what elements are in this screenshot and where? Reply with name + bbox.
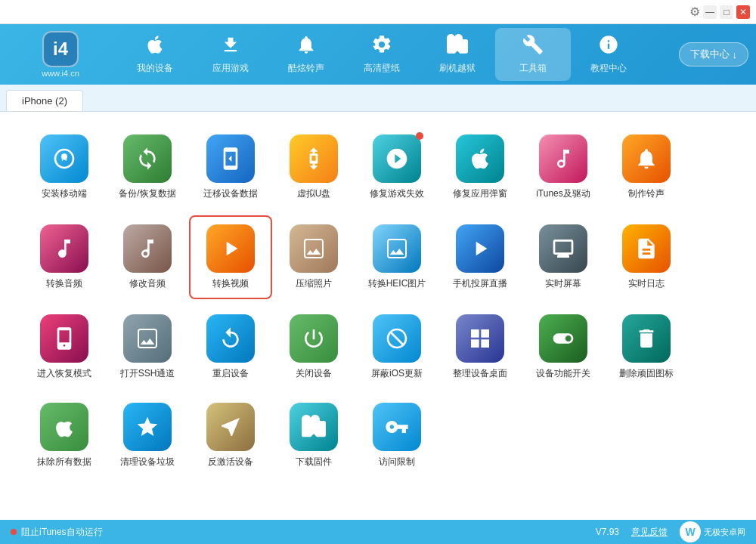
nav-label-my-device: 我的设备	[137, 62, 173, 75]
nav-tab-wallpapers[interactable]: 高清壁纸	[344, 28, 420, 81]
badge-dot	[416, 132, 423, 140]
tool-label-edit-audio: 修改音频	[129, 277, 166, 290]
tool-block-ios-update[interactable]: 屏蔽iOS更新	[355, 307, 438, 388]
svg-rect-4	[305, 240, 323, 258]
tool-recovery-mode[interactable]: 进入恢复模式	[23, 307, 106, 388]
tool-convert-video[interactable]: 转换视频	[189, 215, 272, 299]
nav-icon-ringtones	[296, 34, 317, 60]
nav-label-toolbox: 工具箱	[519, 62, 547, 75]
header: i4 www.i4.cn 我的设备 A 应用游戏 酷炫铃声 高清壁纸 刷机越狱 …	[0, 24, 756, 85]
tool-label-convert-heic: 转换HEIC图片	[368, 277, 426, 290]
tool-real-screen[interactable]: 实时屏幕	[522, 215, 605, 299]
tool-label-virtual-usb: 虚拟U盘	[297, 187, 331, 200]
header-right: 下载中心 ↓	[650, 42, 748, 66]
tool-icon-block-ios-update	[373, 314, 421, 363]
tool-download-firmware[interactable]: 下载固件	[272, 395, 355, 476]
tool-label-make-ringtone: 制作铃声	[628, 187, 665, 200]
tool-migrate-data[interactable]: 迁移设备数据	[189, 127, 272, 208]
nav-tab-my-device[interactable]: 我的设备	[117, 28, 193, 81]
tool-icon-open-ssh	[123, 314, 172, 363]
titlebar: ⚙ — □ ✕	[0, 0, 756, 24]
tool-icon-make-ringtone	[622, 134, 671, 183]
nav-icon-wallpapers	[371, 34, 392, 60]
tool-label-access-limit: 访问限制	[379, 456, 415, 468]
tool-label-fix-game: 修复游戏失效	[370, 187, 424, 200]
tool-icon-shutdown-device	[290, 314, 338, 363]
tool-icon-install-app: i4	[40, 134, 88, 183]
nav-label-ringtones: 酷炫铃声	[288, 62, 324, 75]
minimize-button[interactable]: —	[703, 5, 717, 19]
download-center-button[interactable]: 下载中心 ↓	[679, 42, 749, 66]
tool-icon-convert-audio	[40, 224, 88, 273]
nav-tab-jailbreak[interactable]: 刷机越狱	[420, 28, 495, 81]
tool-convert-audio[interactable]: 转换音频	[23, 215, 106, 299]
tool-label-migrate-data: 迁移设备数据	[203, 187, 258, 200]
svg-text:A: A	[228, 38, 234, 48]
tool-icon-edit-audio	[123, 224, 172, 273]
tool-icon-organize-desktop	[456, 314, 504, 363]
tool-deactivate-device[interactable]: 反激活设备	[189, 395, 272, 476]
nav-icon-jailbreak	[447, 34, 468, 60]
tool-icon-backup-restore	[123, 134, 172, 183]
tool-real-log[interactable]: 实时日志	[605, 215, 688, 299]
tool-open-ssh[interactable]: 打开SSH通道	[106, 307, 189, 388]
tool-clean-junk[interactable]: 清理设备垃圾	[106, 395, 189, 476]
tool-label-block-ios-update: 屏蔽iOS更新	[371, 367, 423, 380]
close-button[interactable]: ✕	[736, 5, 750, 19]
nav-icon-tutorials	[598, 34, 619, 60]
tool-label-screen-mirror: 手机投屏直播	[453, 277, 507, 290]
tool-label-open-ssh: 打开SSH通道	[120, 367, 175, 380]
statusbar-left: 阻止iTunes自动运行	[11, 526, 103, 539]
tool-icon-recovery-mode	[40, 314, 88, 363]
tool-compress-photo[interactable]: 压缩照片	[272, 215, 355, 299]
tool-backup-restore[interactable]: 备份/恢复数据	[106, 127, 189, 208]
tool-label-deactivate-device: 反激活设备	[208, 456, 253, 468]
tool-icon-fix-popup	[456, 134, 504, 183]
tool-fix-popup[interactable]: 修复应用弹窗	[438, 127, 522, 208]
nav-tab-tutorials[interactable]: 教程中心	[571, 28, 646, 81]
tool-label-organize-desktop: 整理设备桌面	[453, 367, 507, 380]
statusbar-text: 阻止iTunes自动运行	[21, 526, 103, 539]
svg-text:i4: i4	[61, 155, 67, 162]
tool-label-convert-video: 转换视频	[212, 277, 249, 290]
nav-label-tutorials: 教程中心	[590, 62, 627, 75]
tool-install-app[interactable]: i4安装移动端	[23, 127, 106, 208]
tool-reboot-device[interactable]: 重启设备	[189, 307, 272, 388]
tool-delete-stubborn-icon[interactable]: 删除顽固图标	[605, 307, 688, 388]
nav-tab-ringtones[interactable]: 酷炫铃声	[268, 28, 344, 81]
tool-shutdown-device[interactable]: 关闭设备	[272, 307, 355, 388]
tool-label-shutdown-device: 关闭设备	[296, 367, 332, 380]
tool-icon-clean-junk	[123, 403, 172, 451]
tool-make-ringtone[interactable]: 制作铃声	[605, 127, 688, 208]
tool-screen-mirror[interactable]: 手机投屏直播	[438, 215, 522, 299]
tool-access-limit[interactable]: 访问限制	[355, 395, 438, 476]
logo-area: i4 www.i4.cn	[8, 31, 113, 78]
tool-virtual-usb[interactable]: 虚拟U盘	[272, 127, 355, 208]
tool-erase-data[interactable]: 抹除所有数据	[23, 395, 106, 476]
tool-convert-heic[interactable]: 转换HEIC图片	[355, 215, 438, 299]
tool-label-clean-junk: 清理设备垃圾	[120, 456, 175, 468]
nav-tab-toolbox[interactable]: 工具箱	[495, 28, 571, 81]
iphone-tab[interactable]: iPhone (2)	[6, 90, 83, 111]
maximize-button[interactable]: □	[720, 5, 733, 19]
tool-organize-desktop[interactable]: 整理设备桌面	[438, 307, 522, 388]
tool-icon-real-screen	[539, 224, 587, 273]
nav-label-wallpapers: 高清壁纸	[364, 62, 400, 75]
gear-button[interactable]: ⚙	[689, 5, 700, 19]
tool-icon-convert-video	[206, 224, 255, 273]
tool-icon-migrate-data	[206, 134, 255, 183]
logo-url: www.i4.cn	[42, 69, 79, 78]
tool-fix-game[interactable]: 修复游戏失效	[355, 127, 438, 208]
tool-icon-screen-mirror	[456, 224, 504, 273]
tool-icon-delete-stubborn-icon	[622, 314, 671, 363]
main-content: i4安装移动端备份/恢复数据迁移设备数据虚拟U盘修复游戏失效修复应用弹窗iTun…	[0, 112, 756, 520]
tool-device-features[interactable]: 设备功能开关	[522, 307, 605, 388]
tool-itunes-driver[interactable]: iTunes及驱动	[522, 127, 605, 208]
nav-tabs: 我的设备 A 应用游戏 酷炫铃声 高清壁纸 刷机越狱 工具箱 教程中心	[113, 28, 650, 81]
tool-edit-audio[interactable]: 修改音频	[106, 215, 189, 299]
nav-tab-apps-games[interactable]: A 应用游戏	[193, 28, 268, 81]
tool-label-download-firmware: 下载固件	[296, 456, 332, 468]
tool-label-compress-photo: 压缩照片	[296, 277, 332, 290]
logo-icon: i4	[42, 31, 79, 67]
feedback-link[interactable]: 意见反馈	[631, 526, 668, 539]
